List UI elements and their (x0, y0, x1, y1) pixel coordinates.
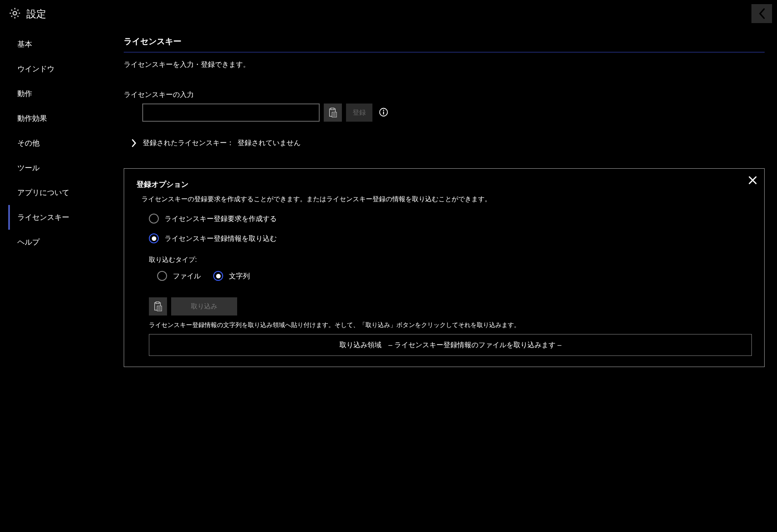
paste-button[interactable] (324, 104, 342, 122)
radio-create-request[interactable]: ライセンスキー登録要求を作成する (149, 214, 752, 224)
import-type-radio-group: ファイル 文字列 (157, 271, 752, 281)
sidebar-item-window[interactable]: ウインドウ (8, 56, 124, 81)
paste-import-button[interactable] (149, 297, 167, 315)
sidebar-item-basic[interactable]: 基本 (8, 32, 124, 56)
sidebar-item-label: アプリについて (17, 188, 69, 197)
sidebar-item-label: 動作 (17, 89, 32, 98)
sidebar-item-label: ヘルプ (17, 238, 40, 246)
options-panel: 登録オプション ライセンスキーの登録要求を作成することができます。またはライセン… (124, 168, 765, 367)
register-button[interactable]: 登録 (346, 104, 372, 122)
sidebar-item-tools[interactable]: ツール (8, 155, 124, 180)
sidebar-item-behavior[interactable]: 動作 (8, 81, 124, 106)
gear-icon (8, 7, 21, 21)
chevron-right-icon (131, 139, 137, 148)
sidebar-item-help[interactable]: ヘルプ (8, 230, 124, 254)
sidebar-item-label: ツール (17, 164, 40, 172)
sidebar-item-license[interactable]: ライセンスキー (8, 205, 124, 230)
radio-label: 文字列 (229, 271, 250, 281)
svg-point-0 (13, 12, 17, 15)
registered-label: 登録されたライセンスキー： 登録されていません (143, 138, 301, 148)
radio-import-info[interactable]: ライセンスキー登録情報を取り込む (149, 233, 752, 243)
panel-title: 登録オプション (137, 179, 752, 189)
close-button[interactable] (748, 175, 758, 186)
radio-icon (149, 233, 159, 243)
radio-label: ライセンスキー登録要求を作成する (165, 214, 277, 224)
sidebar-item-label: その他 (17, 139, 40, 147)
import-type-label: 取り込むタイプ: (149, 256, 752, 264)
register-option-radio-group: ライセンスキー登録要求を作成する ライセンスキー登録情報を取り込む (149, 214, 752, 243)
radio-label: ファイル (173, 271, 201, 281)
close-icon (748, 175, 758, 185)
clipboard-icon (328, 108, 337, 118)
license-input-row: 登録 (142, 104, 765, 122)
radio-type-file[interactable]: ファイル (157, 271, 201, 281)
section-desc: ライセンスキーを入力・登録できます。 (124, 60, 765, 69)
sidebar-item-effects[interactable]: 動作効果 (8, 106, 124, 131)
radio-icon (149, 214, 159, 224)
info-icon[interactable] (379, 108, 388, 118)
content: ライセンスキー ライセンスキーを入力・登録できます。 ライセンスキーの入力 登録 (124, 28, 777, 375)
radio-label: ライセンスキー登録情報を取り込む (165, 234, 277, 243)
chevron-left-icon (758, 8, 765, 19)
radio-icon (157, 271, 167, 281)
svg-point-8 (383, 110, 384, 111)
sidebar-item-other[interactable]: その他 (8, 131, 124, 155)
clipboard-icon (153, 301, 162, 311)
svg-rect-11 (156, 302, 159, 304)
sidebar-item-label: ウインドウ (17, 65, 54, 73)
section-title: ライセンスキー (124, 36, 765, 52)
registered-keys-toggle[interactable]: 登録されたライセンスキー： 登録されていません (131, 138, 765, 148)
sidebar-item-label: ライセンスキー (17, 213, 69, 221)
sidebar-item-label: 基本 (17, 40, 32, 48)
import-area[interactable]: 取り込み領域 – ライセンスキー登録情報のファイルを取り込みます – (149, 334, 752, 356)
radio-type-string[interactable]: 文字列 (213, 271, 250, 281)
panel-desc: ライセンスキーの登録要求を作成することができます。またはライセンスキー登録の情報… (141, 195, 752, 204)
svg-rect-2 (331, 108, 334, 110)
sidebar-item-about[interactable]: アプリについて (8, 180, 124, 205)
header: 設定 (0, 0, 777, 28)
back-button[interactable] (751, 4, 772, 23)
sidebar: 基本 ウインドウ 動作 動作効果 その他 ツール アプリについて ライセンスキー… (0, 28, 124, 375)
sidebar-item-label: 動作効果 (17, 114, 47, 122)
import-hint: ライセンスキー登録情報の文字列を取り込み領域へ貼り付けます。そして、「取り込み」… (149, 321, 752, 329)
license-input[interactable] (142, 104, 320, 122)
import-action-row: 取り込み (149, 297, 752, 315)
svg-rect-9 (383, 111, 384, 114)
license-input-label: ライセンスキーの入力 (124, 90, 765, 99)
radio-icon (213, 271, 223, 281)
import-button[interactable]: 取り込み (171, 297, 237, 315)
page-title: 設定 (26, 7, 46, 21)
